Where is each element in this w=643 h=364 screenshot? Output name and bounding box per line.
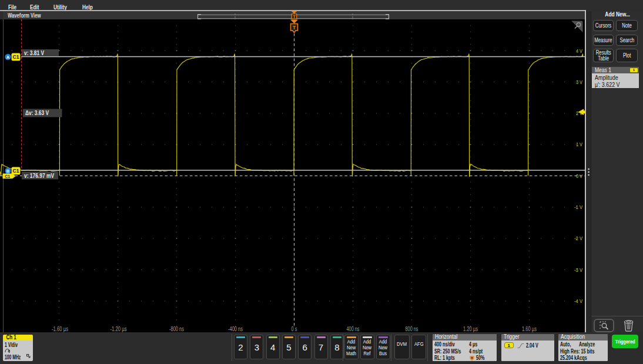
- svg-text:3 V: 3 V: [576, 79, 582, 85]
- svg-text:2 V: 2 V: [576, 110, 582, 116]
- svg-text:0 s: 0 s: [292, 326, 297, 332]
- svg-text:C1: C1: [13, 168, 19, 174]
- svg-text:C1: C1: [5, 174, 10, 178]
- svg-text:v: 176.97 mV: v: 176.97 mV: [24, 173, 54, 179]
- svg-text:B: B: [6, 168, 10, 174]
- svg-text:-1.20 µs: -1.20 µs: [110, 326, 127, 332]
- svg-text:-1.60 µs: -1.60 µs: [52, 326, 68, 332]
- svg-text:800 ns: 800 ns: [406, 326, 418, 332]
- svg-text:T: T: [293, 25, 296, 31]
- svg-text:T: T: [293, 14, 296, 19]
- svg-text:A: A: [6, 55, 10, 60]
- svg-text:-1 V: -1 V: [574, 204, 582, 210]
- svg-text:-400 ns: -400 ns: [228, 326, 243, 332]
- svg-text:400 ns: 400 ns: [347, 326, 360, 332]
- svg-text:1.20 µs: 1.20 µs: [463, 326, 478, 332]
- svg-text:1.60 µs: 1.60 µs: [522, 326, 537, 332]
- svg-text:-800 ns: -800 ns: [169, 326, 184, 332]
- svg-text:-4 V: -4 V: [574, 298, 582, 304]
- svg-text:Δv: 3.63 V: Δv: 3.63 V: [25, 109, 49, 116]
- svg-text:-2 V: -2 V: [574, 235, 582, 241]
- svg-text:0 V: 0 V: [576, 173, 582, 179]
- svg-text:v: 3.81 V: v: 3.81 V: [24, 50, 44, 56]
- svg-text:-3 V: -3 V: [574, 267, 582, 273]
- svg-text:C1: C1: [13, 54, 19, 60]
- svg-text:1 V: 1 V: [576, 141, 582, 147]
- svg-text:4 V: 4 V: [576, 48, 582, 54]
